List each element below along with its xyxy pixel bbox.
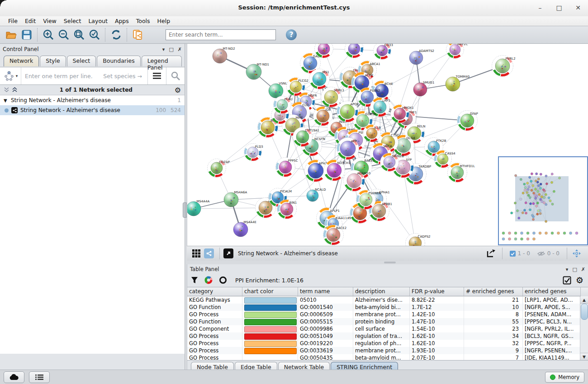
network-node-VSNL1[interactable]: VSNL1 xyxy=(269,82,289,98)
zoom-fit-button[interactable] xyxy=(71,28,87,42)
tab-legend-panel[interactable]: Legend Panel xyxy=(142,56,182,66)
network-node-TREM2[interactable]: TREM2 xyxy=(315,44,337,58)
horizontal-splitter[interactable] xyxy=(187,261,588,264)
tree-expand-caret[interactable]: ▼ xyxy=(4,98,11,103)
network-node-CADPS2[interactable]: CADPS2 xyxy=(406,234,431,246)
memory-button[interactable]: Memory xyxy=(545,372,584,383)
network-node-SMUG1[interactable]: SMUG1 xyxy=(413,81,434,96)
menu-apps[interactable]: Apps xyxy=(111,17,133,25)
network-node-MEF2C[interactable]: MEF2C xyxy=(446,44,468,59)
menu-file[interactable]: File xyxy=(5,17,21,25)
network-node-BACE2[interactable]: BACE2 xyxy=(323,225,347,245)
table-panel-close-icon[interactable]: ✗ xyxy=(581,267,585,272)
cloud-tasks-button[interactable] xyxy=(4,371,24,383)
network-node-TOMM40[interactable]: TOMM40 xyxy=(446,75,469,91)
network-node-MT-ND1[interactable]: MT-ND1 xyxy=(246,63,269,80)
menu-view[interactable]: View xyxy=(39,17,60,25)
chart-button[interactable] xyxy=(204,276,213,284)
table-settings-button[interactable]: ⚙ xyxy=(576,275,583,285)
table-panel-menu-icon[interactable]: ▾ xyxy=(566,267,569,272)
table-row[interactable]: GO FunctionGO:0005515protein binding1.47… xyxy=(187,318,588,325)
table-row[interactable]: GO ProcessGO:0050435beta-amyloid m...2.0… xyxy=(187,354,588,360)
minimize-button[interactable]: – xyxy=(535,3,545,13)
string-logo[interactable]: ▾ xyxy=(0,67,21,84)
menu-layout[interactable]: Layout xyxy=(85,17,111,25)
string-search-button[interactable] xyxy=(166,67,185,84)
table-vertical-scrollbar[interactable]: ▲ ▼ xyxy=(580,296,588,360)
expand-all-icon[interactable] xyxy=(12,87,18,93)
scroll-down-arrow[interactable]: ▼ xyxy=(580,353,588,360)
zoom-out-button[interactable] xyxy=(56,28,71,42)
column-header-term-name[interactable]: term name xyxy=(298,287,353,296)
table-row[interactable]: GO ComponentGO:0009986cell surface1.54E-… xyxy=(187,325,588,332)
save-session-button[interactable] xyxy=(19,28,34,42)
table-row[interactable]: GO ProcessGO:0019220regulation of ph...1… xyxy=(187,340,588,347)
network-node-PVRL2[interactable]: PVRL2 xyxy=(492,56,516,77)
network-node-ADAMTS2[interactable]: ADAMTS2 xyxy=(409,49,434,65)
network-node-PLD3[interactable]: PLD3 xyxy=(244,144,263,161)
network-node-MT-ND2[interactable]: MT-ND2 xyxy=(213,47,235,63)
tab-style[interactable]: Style xyxy=(40,56,66,66)
help-button[interactable]: ? xyxy=(286,29,297,40)
tab-select[interactable]: Select xyxy=(67,56,96,66)
network-node-MTHFD1L[interactable]: MTHFD1L xyxy=(448,163,475,183)
network-node-IRS1[interactable]: IRS1 xyxy=(309,69,330,89)
navigator-button[interactable] xyxy=(571,248,583,259)
open-session-button[interactable] xyxy=(4,28,19,42)
network-node-MS4A4A[interactable]: MS4A4A xyxy=(187,200,210,216)
table-row[interactable]: GO ProcessGO:0006509membrane prot...1.42… xyxy=(187,311,588,318)
network-node-NCALD[interactable]: NCALD xyxy=(307,188,326,201)
table-row[interactable]: GO ProcessGO:0033619membrane prot...1.93… xyxy=(187,347,588,354)
open-in-view-button[interactable] xyxy=(223,248,233,258)
column-header-category[interactable]: category xyxy=(187,287,242,296)
table-row[interactable]: GO FunctionGO:0001540beta-amyloid bi...1… xyxy=(187,304,588,311)
string-query-input[interactable]: Enter one term per line. xyxy=(21,73,103,80)
network-node-CD2AP[interactable]: CD2AP xyxy=(208,159,230,178)
filter-button[interactable] xyxy=(191,276,198,284)
table-row[interactable]: GO ProcessGO:0051049regulation of tra...… xyxy=(187,332,588,340)
string-view-button[interactable] xyxy=(204,248,214,258)
network-options-gear-icon[interactable]: ⚙ xyxy=(175,86,181,94)
scroll-up-arrow[interactable]: ▲ xyxy=(580,296,588,304)
network-node-MS4A4E[interactable]: MS4A4E xyxy=(233,220,256,237)
refresh-button[interactable] xyxy=(109,28,124,42)
search-input[interactable] xyxy=(166,29,276,40)
column-header-chart-color[interactable]: chart color xyxy=(242,287,298,296)
tab-network[interactable]: Network xyxy=(4,56,39,66)
column-header--enriched-genes[interactable]: # enriched genes xyxy=(464,287,523,296)
set-species-link[interactable]: Set species → xyxy=(103,73,147,80)
tab-boundaries[interactable]: Boundaries xyxy=(97,56,140,66)
network-canvas[interactable]: MT-ND2MT-ND1VSNL1GAB2TREM2CR1CD33ADAMTS2… xyxy=(187,44,588,246)
zoom-in-button[interactable] xyxy=(41,28,56,42)
collapse-all-icon[interactable] xyxy=(4,87,9,93)
column-header-enriched-genes[interactable]: enriched genes xyxy=(523,287,581,296)
network-node-BIN1[interactable]: BIN1 xyxy=(277,200,297,219)
ring-chart-button[interactable] xyxy=(219,276,227,284)
zoom-selected-button[interactable] xyxy=(87,28,102,42)
network-node-CD33[interactable]: CD33 xyxy=(374,44,393,60)
birds-eye-view[interactable] xyxy=(498,156,588,245)
network-node-CR1[interactable]: CR1 xyxy=(345,44,364,58)
task-history-button[interactable] xyxy=(29,371,50,383)
menu-edit[interactable]: Edit xyxy=(21,17,39,25)
menu-help[interactable]: Help xyxy=(154,17,174,25)
network-node-GFAP[interactable]: GFAP xyxy=(457,111,478,131)
menu-select[interactable]: Select xyxy=(60,17,85,25)
network-collection-row[interactable]: ▼ String Network - Alzheimer's disease 1 xyxy=(0,95,185,105)
export-network-button[interactable] xyxy=(485,248,497,259)
table-row[interactable]: KEGG Pathways05010Alzheimer's dise...8.8… xyxy=(187,296,588,304)
clone-network-button[interactable] xyxy=(130,28,146,42)
select-columns-button[interactable] xyxy=(563,276,571,285)
panel-close-icon[interactable]: ✗ xyxy=(178,47,182,52)
maximize-button[interactable]: □ xyxy=(554,3,564,13)
scrollbar-thumb[interactable] xyxy=(581,304,588,320)
panel-float-icon[interactable]: □ xyxy=(169,47,173,52)
column-header-description[interactable]: description xyxy=(353,287,410,296)
menu-tools[interactable]: Tools xyxy=(133,17,154,25)
network-node-APP[interactable]: APP xyxy=(337,138,359,160)
panel-menu-icon[interactable]: ▾ xyxy=(162,47,165,52)
close-button[interactable]: ✕ xyxy=(573,3,583,13)
column-header-FDR-p-value[interactable]: FDR p-value xyxy=(410,287,464,296)
table-panel-float-icon[interactable]: □ xyxy=(572,267,577,272)
grid-view-button[interactable] xyxy=(190,248,202,259)
